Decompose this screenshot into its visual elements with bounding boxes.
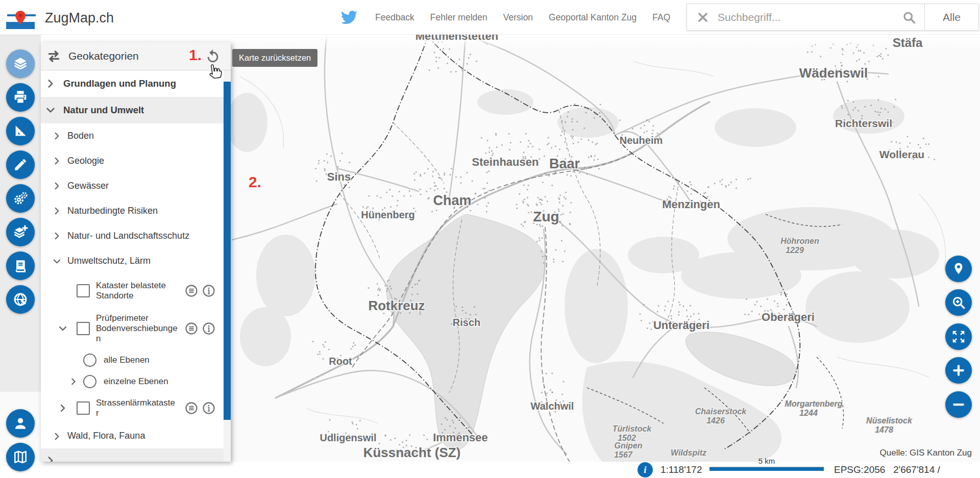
- full-extent-icon: [951, 329, 966, 344]
- chevron-right-icon[interactable]: [52, 181, 67, 191]
- tree-item-truncated[interactable]: [41, 448, 224, 462]
- search-box: Alle: [687, 4, 979, 31]
- panel-header: Geokategorien 1.: [41, 42, 231, 70]
- tree-item-grundlagen-und-planung[interactable]: Grundlagen und Planung: [41, 70, 224, 97]
- layer-legend-icon[interactable]: [184, 321, 199, 336]
- town-label-cham: Cham: [433, 193, 471, 208]
- nav-link-faq[interactable]: FAQ: [652, 12, 670, 23]
- town-label-küssnacht-sz: Küssnacht (SZ): [363, 445, 461, 460]
- tree-item-gewässer[interactable]: Gewässer: [41, 173, 224, 198]
- tree-item-natur-und-landschaftsschutz[interactable]: Natur- und Landschaftsschutz: [41, 223, 224, 248]
- tree-item-geologie[interactable]: Geologie: [41, 148, 224, 173]
- peak-label-höhronen: Höhronen: [780, 237, 819, 245]
- panel-scrollbar: [224, 70, 231, 462]
- chevron-right-icon[interactable]: [45, 455, 63, 462]
- chevron-down-icon[interactable]: [58, 323, 77, 334]
- search-input[interactable]: [718, 11, 894, 23]
- chevron-right-icon[interactable]: [52, 231, 67, 241]
- info-button[interactable]: i: [638, 462, 653, 477]
- tree-item-label: einzelne Ebenen: [104, 376, 168, 387]
- clear-search-icon[interactable]: [696, 11, 709, 24]
- tool-legend-button[interactable]: [6, 251, 35, 280]
- cursor-hand-icon: [204, 62, 225, 83]
- locate-button[interactable]: [945, 256, 972, 282]
- status-bar: i 1:118'172 5 km EPSG:2056 2'667'814 / 1…: [0, 462, 980, 478]
- layer-info-icon[interactable]: [202, 321, 216, 336]
- tool-map-button[interactable]: [6, 443, 35, 471]
- add-layers-icon: [12, 224, 29, 240]
- map-attribution: Quelle: GIS Kanton Zug: [880, 448, 972, 458]
- nav-link-fehler-melden[interactable]: Fehler melden: [430, 12, 487, 23]
- peak-label-wildspitz: Wildspitz: [671, 448, 706, 457]
- tool-measure-button[interactable]: [6, 117, 35, 145]
- layer-checkbox[interactable]: [77, 284, 90, 297]
- peak-elevation: 1478: [875, 425, 893, 434]
- chevron-right-icon[interactable]: [52, 156, 67, 166]
- tree-item-strassenlärmkataster[interactable]: Strassenlärmkataster: [41, 392, 224, 424]
- tool-draw-button[interactable]: [6, 150, 35, 179]
- town-label-sins: Sins: [327, 170, 351, 183]
- tree-item-natur-und-umwelt[interactable]: Natur und Umwelt: [41, 97, 224, 123]
- annotation-step-2: 2.: [249, 173, 261, 191]
- tree-item-wald-flora-fauna[interactable]: Wald, Flora, Fauna: [41, 424, 224, 448]
- tree-item-label: Prüfperimeter Bodenverschiebungen: [96, 313, 178, 344]
- chevron-right-icon[interactable]: [52, 131, 67, 141]
- nav-link-version[interactable]: Version: [503, 12, 533, 23]
- town-label-wädenswil: Wädenswil: [799, 65, 868, 81]
- town-label-walchwil: Walchwil: [531, 400, 574, 412]
- tree-item-prüfperimeter-bodenverschiebungen[interactable]: Prüfperimeter Bodenverschiebungen: [41, 308, 224, 349]
- tree-item-boden[interactable]: Boden: [41, 123, 224, 148]
- chevron-right-icon[interactable]: [58, 403, 77, 413]
- zoom-box-icon: [951, 295, 966, 310]
- search-scope-dropdown[interactable]: Alle: [925, 11, 978, 23]
- nav-link-feedback[interactable]: Feedback: [375, 12, 414, 23]
- chevron-right-icon[interactable]: [52, 432, 67, 441]
- tree-item-label: alle Ebenen: [104, 355, 150, 365]
- tree-item-label: Kataster belastete Standorte: [96, 281, 178, 301]
- tree-item-label: Gewässer: [67, 181, 109, 191]
- layer-legend-icon[interactable]: [184, 401, 199, 415]
- layer-radio-button[interactable]: [83, 375, 96, 388]
- scale-value[interactable]: 1:118'172: [660, 462, 702, 478]
- chevron-down-icon[interactable]: [45, 105, 63, 116]
- tree-item-einzelne-ebenen[interactable]: einzelne Ebenen: [41, 371, 224, 392]
- chevron-right-icon[interactable]: [69, 377, 83, 386]
- layer-legend-icon[interactable]: [184, 284, 199, 298]
- tool-user-button[interactable]: [6, 409, 35, 438]
- print-icon: [12, 89, 29, 106]
- chevron-right-icon[interactable]: [52, 206, 67, 216]
- zoom-box-button[interactable]: [945, 289, 972, 316]
- zoom-in-button[interactable]: [945, 357, 972, 384]
- layer-checkbox[interactable]: [77, 322, 90, 335]
- tool-print-button[interactable]: [6, 83, 35, 112]
- swap-arrows-icon[interactable]: [46, 48, 62, 64]
- tool-layers-button[interactable]: [6, 49, 35, 78]
- layer-info-icon[interactable]: [202, 401, 216, 415]
- tool-add-layers-button[interactable]: [6, 218, 35, 246]
- app-logo[interactable]: [6, 5, 42, 30]
- tree-item-umweltschutz-lärm[interactable]: Umweltschutz, Lärm: [41, 248, 224, 274]
- zoom-out-button[interactable]: [945, 391, 972, 418]
- legend-icon: [12, 258, 29, 274]
- top-nav: FeedbackFehler meldenVersionGeoportal Ka…: [341, 0, 670, 35]
- layer-radio-button[interactable]: [83, 354, 96, 367]
- tool-settings-button[interactable]: [6, 184, 35, 213]
- tool-globe-button[interactable]: [6, 285, 35, 314]
- town-label-stäfa: Stäfa: [893, 36, 923, 49]
- reset-map-tooltip: Karte zurücksetzen: [232, 49, 317, 67]
- search-icon[interactable]: [902, 10, 916, 24]
- town-label-wollerau: Wollerau: [879, 148, 924, 160]
- tree-item-alle-ebenen[interactable]: alle Ebenen: [41, 349, 224, 371]
- scale-bar: 5 km: [709, 457, 824, 471]
- chevron-right-icon[interactable]: [45, 78, 63, 89]
- twitter-icon[interactable]: [341, 9, 357, 26]
- full-extent-button[interactable]: [945, 323, 972, 350]
- peak-elevation: 1426: [706, 416, 725, 425]
- panel-scrollbar-thumb[interactable]: [224, 82, 231, 420]
- layer-info-icon[interactable]: [202, 284, 216, 298]
- nav-link-geoportal-kanton-zug[interactable]: Geoportal Kanton Zug: [549, 12, 636, 23]
- tree-item-kataster-belastete-standorte[interactable]: Kataster belastete Standorte: [41, 274, 224, 308]
- tree-item-naturbedingte-risiken[interactable]: Naturbedingte Risiken: [41, 198, 224, 223]
- layer-checkbox[interactable]: [77, 401, 90, 415]
- chevron-down-icon[interactable]: [52, 257, 67, 266]
